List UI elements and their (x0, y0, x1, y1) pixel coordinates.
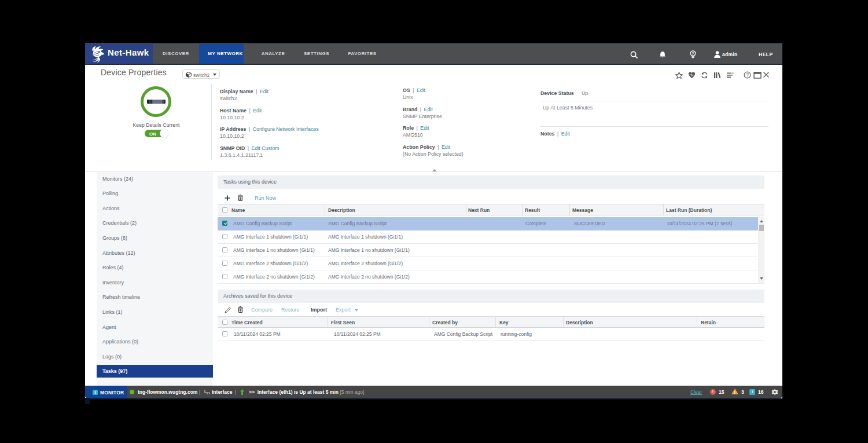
svg-text:?: ? (746, 72, 749, 78)
svg-text:?: ? (692, 52, 694, 56)
